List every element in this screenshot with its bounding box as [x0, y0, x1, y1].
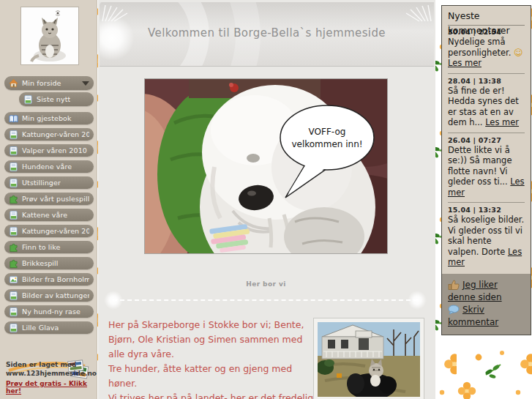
dog-photo: VOFF-og velkommen inn! — [144, 78, 388, 254]
sidebar-item-label: Min gjestebok — [22, 114, 72, 122]
smiley-icon: ☺ — [514, 48, 523, 58]
intro-paragraph: Tre hunder, åtte katter og en gjeng med … — [108, 362, 321, 391]
book-icon — [9, 113, 18, 124]
comments-panel: Nyeste kommentarer 30.04 | 22:54 Nydelig… — [441, 5, 531, 335]
puzzle-icon — [9, 258, 18, 269]
comment-item: 15.04 | 13:32 Så koselige bilder. Vi gle… — [448, 206, 525, 268]
sidebar-item-min-gjestebok[interactable]: Min gjestebok — [4, 112, 94, 124]
sidebar-item-label: Hundene våre — [22, 163, 72, 171]
comment-row: Skriv kommentar — [448, 304, 526, 329]
speech-bubble-line1: VOFF-og — [309, 127, 346, 137]
comment-date: 28.04 | 13:38 — [448, 77, 525, 85]
intro-paragraph: Her på Skarpeborge i Stokke bor vi; Bent… — [108, 318, 321, 362]
document-icon — [9, 210, 18, 220]
intro-text: Her på Skarpeborge i Stokke bor vi; Bent… — [108, 318, 321, 399]
sidebar-item-label: Kattunger-våren 2010 — [22, 227, 89, 235]
comment-separator — [448, 73, 525, 74]
puzzle-icon — [9, 194, 18, 204]
sidebar-item-hundene-vare[interactable]: Hundene våre — [4, 160, 94, 173]
sidebar-item-valper-2010[interactable]: Valper våren 2010 — [4, 144, 94, 157]
sidebar-footer: Siden er laget med www.123hjemmeside.no … — [6, 360, 95, 396]
document-icon — [9, 178, 18, 188]
sidebar-item-label: Kattunger-våren 2011 — [22, 130, 89, 138]
sidebar-item-puslespill[interactable]: Prøv vårt puslespill — [4, 193, 94, 205]
document-icon — [9, 226, 18, 236]
sidebar-item-siste-nytt[interactable]: Siste nytt — [19, 92, 94, 106]
comments-panel-title-wrap: kommentarer — [448, 25, 510, 36]
divider-glow-orb — [104, 291, 123, 310]
sidebar-item-utstillinger[interactable]: Utstillinger — [4, 176, 94, 189]
document-icon — [9, 307, 18, 317]
comment-text: Nydelige små personligheter. ☺ Les mer — [448, 37, 525, 69]
main-content: Velkommen til Borge-Bella`s hjemmeside — [98, 0, 435, 399]
like-row: Jeg liker denne siden — [448, 279, 526, 304]
sidebar-item-label: Utstillinger — [22, 179, 61, 187]
comments-panel-title: Nyeste — [448, 10, 525, 21]
les-mer-link[interactable]: Les mer — [485, 117, 519, 127]
puzzle-icon — [9, 242, 18, 253]
made-with-text: Siden er laget med www.123hjemmeside.no — [6, 360, 95, 378]
comment-separator — [448, 202, 525, 203]
home-icon — [9, 78, 18, 89]
sidebar-nav: Min forside Siste nytt Min gjestebok Kat… — [0, 76, 97, 338]
sidebar-item-label: Ny hund-ny rase — [22, 307, 80, 316]
speech-bubble-line2: velkommen inn! — [291, 139, 362, 149]
sidebar-item-label: Bilder av kattunger — [22, 291, 89, 299]
sidebar-item-kattene-vare[interactable]: Kattene våre — [4, 209, 94, 221]
thumbs-up-icon — [448, 280, 460, 290]
comment-text: Dette likte vi å se:)) Så mange flotte n… — [448, 145, 525, 198]
les-mer-link[interactable]: Les mer — [448, 58, 482, 68]
intro-paragraph: Vi trives her på på landet- her er det f… — [108, 391, 321, 399]
document-icon — [9, 162, 18, 172]
sidebar-item-label: Brikkespill — [22, 259, 59, 267]
sidebar-item-ny-hund[interactable]: Ny hund-ny rase — [4, 305, 94, 318]
sidebar-item-kattunger-2011[interactable]: Kattunger-våren 2011 — [4, 128, 94, 141]
chevron-down-icon[interactable] — [82, 81, 89, 86]
sidebar-item-brikkespill[interactable]: Brikkespill — [4, 257, 94, 269]
document-icon — [9, 291, 18, 301]
comment-item: 28.04 | 13:38 Så fine de er! Hedda synes… — [448, 77, 525, 128]
panel-actions: Jeg liker denne siden Skriv kommentar — [442, 274, 531, 335]
sidebar-item-label: Min forside — [22, 79, 61, 87]
sidebar-item-lille-glava[interactable]: Lille Glava — [4, 321, 94, 334]
photos-icon — [9, 275, 18, 285]
cat-photo — [20, 7, 79, 65]
sidebar-item-label: Finn to like — [22, 243, 61, 251]
comment-date: 15.04 | 13:32 — [448, 206, 525, 214]
sidebar-item-label: Prøv vårt puslespill — [22, 195, 89, 203]
comment-item: 26.04 | 07:27 Dette likte vi å se:)) Så … — [448, 136, 525, 198]
sidebar-item-bilder-bornholm[interactable]: Bilder fra Bornholm — [4, 273, 94, 286]
sidebar-item-finn-to-like[interactable]: Finn to like — [4, 241, 94, 253]
sidebar-item-label: Bilder fra Bornholm — [22, 275, 89, 283]
comment-separator — [448, 133, 525, 133]
sidebar-item-label: Valper våren 2010 — [22, 146, 87, 154]
page-title: Velkommen til Borge-Bella`s hjemmeside — [100, 26, 434, 40]
comment-text: Så koselige bilder. Vi gleder oss til vi… — [448, 215, 525, 268]
sidebar-item-bilder-kattunger[interactable]: Bilder av kattunger — [4, 289, 94, 302]
document-icon — [9, 146, 18, 156]
document-icon — [9, 130, 18, 140]
document-icon — [9, 323, 18, 333]
sidebar-item-label: Kattene våre — [22, 211, 67, 219]
photo-caption: Her bor vi — [98, 280, 434, 288]
try-free-link[interactable]: Prøv det gratis - Klikk her! — [6, 380, 95, 395]
fan-decor-icon — [403, 4, 432, 23]
fan-decor-icon — [101, 4, 130, 23]
comment-text: Så fine de er! Hedda synes det er stas a… — [448, 86, 525, 128]
speech-bubble-icon — [448, 305, 460, 315]
sidebar-item-min-forside[interactable]: Min forside — [4, 76, 94, 90]
site-container: Min forside Siste nytt Min gjestebok Kat… — [0, 0, 435, 399]
page-header: Velkommen til Borge-Bella`s hjemmeside — [100, 2, 434, 67]
sidebar-item-label: Siste nytt — [37, 95, 70, 103]
section-divider — [113, 299, 418, 301]
house-photo — [313, 318, 424, 399]
sidebar: Min forside Siste nytt Min gjestebok Kat… — [0, 0, 97, 399]
sidebar-item-kattunger-2010[interactable]: Kattunger-våren 2010 — [4, 225, 94, 237]
comment-date: 26.04 | 07:27 — [448, 136, 525, 144]
sidebar-item-label: Lille Glava — [22, 324, 59, 332]
document-icon — [23, 94, 33, 105]
divider-glow-orb — [408, 291, 427, 310]
